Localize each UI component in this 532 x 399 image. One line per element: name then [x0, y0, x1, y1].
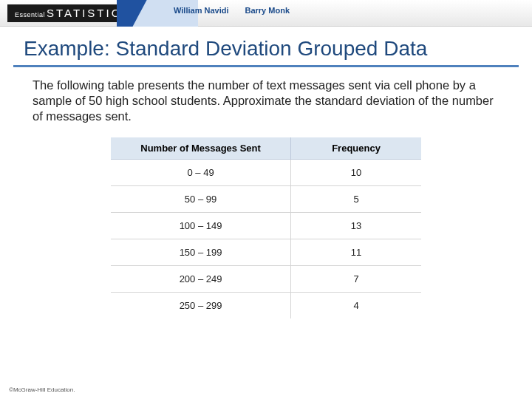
cell-range: 150 – 199 — [111, 239, 291, 266]
author-1: William Navidi — [174, 6, 228, 15]
table-container: Number of Messages Sent Frequency 0 – 49… — [0, 137, 532, 318]
table-header-row: Number of Messages Sent Frequency — [111, 137, 421, 160]
cell-freq: 11 — [291, 239, 421, 266]
cell-range: 250 – 299 — [111, 293, 291, 319]
copyright-footer: ©McGraw-Hill Education. — [9, 386, 75, 393]
top-banner: Essential STATISTICS William Navidi Barr… — [0, 0, 532, 27]
cell-freq: 7 — [291, 266, 421, 293]
cell-freq: 4 — [291, 293, 421, 319]
authors: William Navidi Barry Monk — [174, 6, 290, 15]
table-row: 250 – 299 4 — [111, 293, 421, 319]
cell-freq: 5 — [291, 186, 421, 213]
slide-body: Example: Standard Deviation Grouped Data… — [0, 27, 532, 318]
table-row: 50 – 99 5 — [111, 186, 421, 213]
cell-range: 100 – 149 — [111, 213, 291, 239]
frequency-table: Number of Messages Sent Frequency 0 – 49… — [111, 137, 421, 318]
brand-prefix: Essential — [15, 11, 45, 18]
table-row: 200 – 249 7 — [111, 266, 421, 293]
cell-freq: 10 — [291, 160, 421, 186]
slide-title: Example: Standard Deviation Grouped Data — [24, 37, 508, 61]
author-2: Barry Monk — [245, 6, 290, 15]
table-row: 0 – 49 10 — [111, 160, 421, 186]
col-header-frequency: Frequency — [291, 137, 421, 160]
table-row: 150 – 199 11 — [111, 239, 421, 266]
slide-description: The following table presents the number … — [33, 78, 499, 124]
cell-range: 50 – 99 — [111, 186, 291, 213]
table-row: 100 – 149 13 — [111, 213, 421, 239]
title-underline — [13, 65, 519, 67]
cell-range: 0 – 49 — [111, 160, 291, 186]
cell-range: 200 – 249 — [111, 266, 291, 293]
col-header-range: Number of Messages Sent — [111, 137, 291, 160]
cell-freq: 13 — [291, 213, 421, 239]
